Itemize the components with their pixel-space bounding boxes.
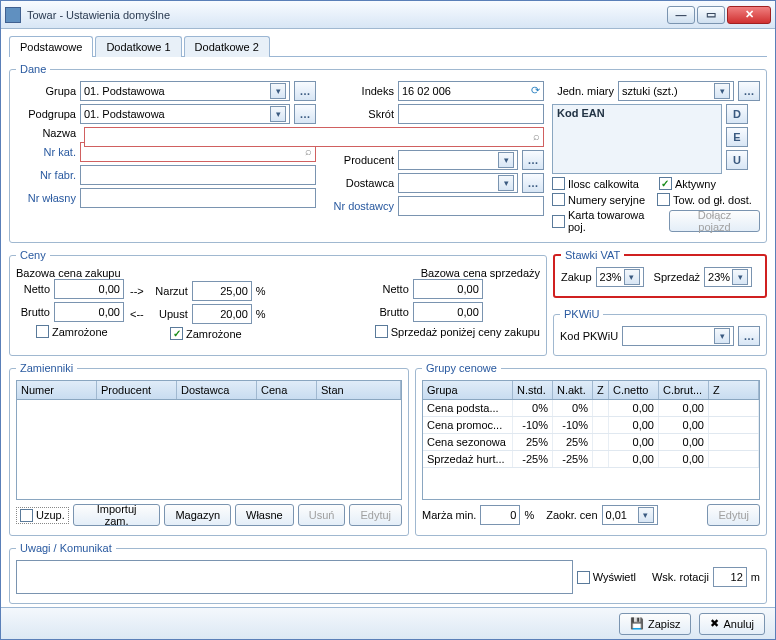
col-cnetto[interactable]: C.netto [609,381,659,399]
input-brutto-spr[interactable] [413,302,483,322]
fieldset-dane: Dane Grupa 01. Podstawowa▾ … Podgrupa 01… [9,63,767,243]
table-row[interactable]: Cena podsta...0%0%0,000,00 [423,400,759,417]
combo-jedn[interactable]: sztuki (szt.)▾ [618,81,734,101]
podgrupa-more-button[interactable]: … [294,104,316,124]
chevron-down-icon: ▾ [714,328,730,344]
input-brutto-zak[interactable] [54,302,124,322]
btn-usun[interactable]: Usuń [298,504,346,526]
input-marza[interactable] [480,505,520,525]
col-stan[interactable]: Stan [317,381,401,399]
btn-edytuj-gc[interactable]: Edytuj [707,504,760,526]
label-netto-zak: Netto [16,283,50,295]
pkwiu-more-button[interactable]: … [738,326,760,346]
btn-wlasne[interactable]: Własne [235,504,294,526]
input-nrfabr[interactable] [80,165,316,185]
minimize-button[interactable]: — [667,6,695,24]
btn-edytuj-zam[interactable]: Edytuj [349,504,402,526]
col-cena[interactable]: Cena [257,381,317,399]
chevron-down-icon: ▾ [270,106,286,122]
combo-pkwiu[interactable]: ▾ [622,326,734,346]
dostawca-more-button[interactable]: … [522,173,544,193]
u-button[interactable]: U [726,150,748,170]
col-nstd[interactable]: N.std. [513,381,553,399]
btn-import-zam[interactable]: Importuj zam. [73,504,161,526]
close-button[interactable]: ✕ [727,6,771,24]
input-nrdostawcy[interactable] [398,196,544,216]
chk-ilosc[interactable]: Ilosc calkowita [552,177,639,190]
input-netto-zak[interactable] [54,279,124,299]
input-indeks[interactable] [398,81,544,101]
refresh-icon[interactable]: ⟳ [531,84,540,97]
combo-zaokr[interactable]: 0,01▾ [602,505,658,525]
input-narzut[interactable] [192,281,252,301]
label-upust: Upust [148,308,188,320]
anuluj-button[interactable]: ✖Anuluj [699,613,765,635]
label-vat-zakup: Zakup [561,271,592,283]
label-vat-sprzedaz: Sprzedaż [654,271,700,283]
combo-vat-sprzedaz[interactable]: 23%▾ [704,267,752,287]
input-upust[interactable] [192,304,252,324]
col-grupa[interactable]: Grupa [423,381,513,399]
maximize-button[interactable]: ▭ [697,6,725,24]
e-button[interactable]: E [726,127,748,147]
label-bazowa-zakupu: Bazowa cena zakupu [16,267,124,279]
chevron-down-icon: ▾ [714,83,730,99]
table-row[interactable]: Sprzedaż hurt...-25%-25%0,000,00 [423,451,759,468]
zapisz-button[interactable]: 💾Zapisz [619,613,691,635]
dolacz-pojazd-button[interactable]: Dołącz pojazd [669,210,760,232]
input-wsk[interactable] [713,567,747,587]
chk-numery[interactable]: Numery seryjne [552,193,645,206]
pct: % [256,285,266,297]
combo-producent[interactable]: ▾ [398,150,518,170]
grupa-more-button[interactable]: … [294,81,316,101]
label-netto-spr: Netto [375,283,409,295]
chk-wyswietl[interactable]: Wyświetl [577,571,636,584]
chk-sprz-ponizej[interactable]: Sprzedaż poniżej ceny zakupu [375,325,540,338]
chk-zamrozone-zak[interactable]: Zamrożone [36,325,108,338]
chk-zamrozone-nar[interactable]: Zamrożone [170,327,242,340]
jedn-more-button[interactable]: … [738,81,760,101]
label-nazwa: Nazwa [16,127,76,139]
app-icon [5,7,21,23]
combo-podgrupa[interactable]: 01. Podstawowa▾ [80,104,290,124]
col-z1[interactable]: Z [593,381,609,399]
textarea-uwagi[interactable] [16,560,573,594]
label-grupa: Grupa [16,85,76,97]
col-dostawca[interactable]: Dostawca [177,381,257,399]
save-icon: 💾 [630,617,644,630]
legend-uwagi: Uwagi / Komunikat [16,542,116,554]
tab-podstawowe[interactable]: Podstawowe [9,36,93,57]
kodean-box[interactable]: Kod EAN [552,104,722,174]
input-skrot[interactable] [398,104,544,124]
chk-towod[interactable]: Tow. od gł. dost. [657,193,752,206]
table-row[interactable]: Cena sezonowa25%25%0,000,00 [423,434,759,451]
input-nrwlasny[interactable] [80,188,316,208]
col-producent[interactable]: Producent [97,381,177,399]
search-icon[interactable]: ⌕ [533,130,540,142]
combo-grupa[interactable]: 01. Podstawowa▾ [80,81,290,101]
grid-grupycen[interactable]: Grupa N.std. N.akt. Z C.netto C.brut... … [422,380,760,500]
col-z2[interactable]: Z [709,381,759,399]
chk-karta[interactable]: Karta towarowa poj. [552,209,665,233]
combo-dostawca[interactable]: ▾ [398,173,518,193]
col-nakt[interactable]: N.akt. [553,381,593,399]
input-nazwa[interactable] [84,127,544,147]
col-numer[interactable]: Numer [17,381,97,399]
combo-vat-zakup[interactable]: 23%▾ [596,267,644,287]
tab-dodatkowe1[interactable]: Dodatkowe 1 [95,36,181,57]
tab-dodatkowe2[interactable]: Dodatkowe 2 [184,36,270,57]
chk-uzup[interactable]: Uzup. [16,507,69,524]
arrow-l: <-- [130,308,144,320]
legend-grupycen: Grupy cenowe [422,362,501,374]
producent-more-button[interactable]: … [522,150,544,170]
col-cbrutto[interactable]: C.brut... [659,381,709,399]
input-netto-spr[interactable] [413,279,483,299]
table-row[interactable]: Cena promoc...-10%-10%0,000,00 [423,417,759,434]
grid-zamienniki[interactable]: Numer Producent Dostawca Cena Stan [16,380,402,500]
label-nrfabr: Nr fabr. [16,169,76,181]
label-pkwiu: Kod PKWiU [560,330,618,342]
btn-magazyn[interactable]: Magazyn [164,504,231,526]
d-button[interactable]: D [726,104,748,124]
label-dostawca: Dostawca [324,177,394,189]
chk-aktywny[interactable]: Aktywny [659,177,716,190]
